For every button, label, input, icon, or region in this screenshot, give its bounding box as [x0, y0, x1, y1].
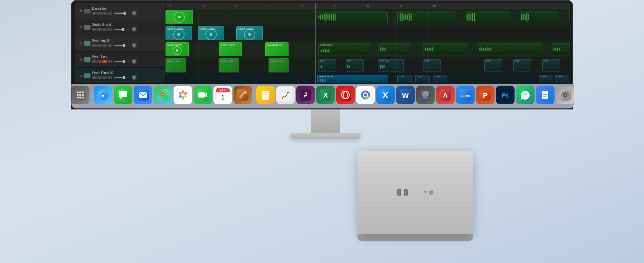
audio-block[interactable]	[552, 43, 570, 55]
dock-app-photos[interactable]	[174, 86, 192, 104]
midi-block[interactable]: Synth Lead	[166, 58, 186, 72]
mute-button[interactable]: M	[92, 28, 97, 31]
track-controls[interactable]: M S R I	[92, 59, 163, 64]
audio-block[interactable]: C Synt	[539, 75, 553, 83]
dock-app-xcode[interactable]	[376, 86, 395, 104]
record-button[interactable]: R	[102, 28, 107, 31]
mac-studio-body	[357, 151, 473, 234]
track-fader[interactable]	[114, 61, 130, 62]
mute-button[interactable]: M	[92, 12, 97, 15]
svg-rect-76	[542, 91, 548, 99]
mute-button[interactable]: M	[92, 60, 97, 63]
audio-block[interactable]	[378, 43, 410, 55]
audio-block[interactable]: Synth Arp 04	[318, 43, 370, 55]
dock-app-maps[interactable]	[154, 86, 172, 104]
dock-app-mail[interactable]	[134, 86, 152, 104]
dock-app-word[interactable]: W	[396, 86, 415, 104]
volume-knob[interactable]	[132, 27, 137, 32]
audio-block[interactable]: Synth	[484, 59, 502, 71]
solo-button[interactable]: S	[97, 12, 102, 15]
record-button[interactable]: R	[102, 76, 107, 79]
record-button[interactable]: R	[102, 12, 107, 15]
midi-block[interactable]: Synth Lead	[269, 58, 289, 72]
solo-button[interactable]: S	[97, 28, 102, 31]
audio-block[interactable]	[568, 11, 570, 23]
audio-block[interactable]	[317, 11, 388, 23]
dock-app-calendar[interactable]: APR 1	[213, 86, 232, 104]
track-type-icon	[84, 72, 91, 79]
dock-app-gdocs[interactable]	[536, 86, 554, 104]
svg-rect-85	[561, 95, 563, 96]
volume-knob[interactable]	[132, 75, 137, 80]
dock-app-safari[interactable]	[94, 86, 112, 104]
audio-block[interactable]: Synth	[318, 59, 336, 71]
audio-block[interactable]	[397, 11, 455, 23]
dock-app-chrome[interactable]	[356, 86, 375, 104]
track-fader[interactable]	[114, 77, 130, 78]
audio-block[interactable]: Synth	[346, 59, 364, 71]
solo-button[interactable]: S	[97, 76, 102, 79]
track-fader[interactable]	[114, 45, 130, 46]
volume-knob[interactable]	[132, 43, 137, 48]
dock-app-notes[interactable]	[256, 86, 275, 104]
dock-app-whatsapp[interactable]	[516, 86, 535, 104]
record-button[interactable]: R	[102, 44, 107, 47]
dock-app-colorsync[interactable]	[416, 86, 435, 104]
dock-app-facetime[interactable]	[194, 86, 212, 104]
audio-block[interactable]: C Synt	[397, 75, 412, 83]
dock-app-capo[interactable]	[233, 86, 252, 104]
audio-block[interactable]: C Synt	[555, 75, 569, 83]
input-button[interactable]: I	[108, 28, 112, 31]
record-button[interactable]: R	[102, 60, 107, 63]
solo-button[interactable]: S	[97, 60, 102, 63]
track-controls[interactable]: M S R I	[92, 75, 163, 80]
mute-button[interactable]: M	[92, 76, 97, 79]
dock-app-launchpad[interactable]	[71, 86, 90, 104]
audio-block[interactable]: C Synt	[415, 75, 430, 83]
midi-block[interactable]: Synth Lead	[219, 58, 239, 72]
dock-app-messages[interactable]	[114, 86, 132, 104]
input-button[interactable]: I	[108, 60, 112, 63]
track-controls[interactable]: M S R I	[92, 27, 163, 32]
track-info: Dancefloor M S R I	[92, 7, 163, 15]
dock-app-slack[interactable]: #	[296, 86, 315, 104]
dock-app-powerpoint[interactable]: P	[476, 86, 495, 104]
volume-knob[interactable]	[132, 11, 137, 15]
midi-block[interactable]: Studio Grand	[198, 26, 224, 40]
midi-block[interactable]: Synth Arp 04	[265, 42, 289, 56]
midi-block[interactable]: Studio Grand	[236, 26, 263, 40]
dock-separator	[254, 88, 254, 102]
audio-block[interactable]: Synth Lead	[378, 59, 404, 71]
track-controls[interactable]: M S R I	[92, 11, 163, 15]
midi-block[interactable]: Synth Arp 04	[219, 42, 242, 56]
audio-block[interactable]	[423, 43, 468, 55]
input-button[interactable]: I	[108, 44, 112, 47]
track-controls[interactable]: M S R I	[92, 43, 163, 48]
dock-app-zoom[interactable]: zoom	[456, 86, 475, 104]
dock-app-freeform[interactable]	[276, 86, 295, 104]
input-button[interactable]: I	[108, 76, 112, 79]
audio-block[interactable]	[465, 11, 510, 23]
audio-block-highlighted[interactable]: Synth Pluck 01	[317, 75, 388, 83]
volume-knob[interactable]	[132, 59, 137, 64]
dock-app-affinity[interactable]: A	[436, 86, 455, 104]
audio-block[interactable]: Synth	[513, 59, 531, 71]
midi-block[interactable]: Synth Arp 04	[166, 42, 189, 56]
track-number: 38	[77, 42, 82, 45]
midi-block[interactable]	[166, 10, 193, 24]
mute-button[interactable]: M	[92, 44, 97, 47]
input-button[interactable]: I	[108, 12, 112, 15]
dock-app-photoshop[interactable]: Ps	[496, 86, 515, 104]
audio-block[interactable]: Synth	[542, 59, 560, 71]
audio-block[interactable]	[478, 43, 542, 55]
audio-block[interactable]: C Synt	[433, 75, 447, 83]
track-fader[interactable]	[114, 29, 130, 30]
dock-app-sysprefs[interactable]	[556, 86, 574, 104]
dock-app-excel[interactable]: X	[316, 86, 335, 104]
midi-block[interactable]: Studio Grand	[166, 26, 192, 40]
track-fader[interactable]	[114, 13, 130, 14]
audio-block[interactable]	[520, 11, 558, 23]
dock-app-opera[interactable]	[336, 86, 355, 104]
solo-button[interactable]: S	[97, 44, 102, 47]
audio-block[interactable]: Synth	[423, 59, 441, 71]
